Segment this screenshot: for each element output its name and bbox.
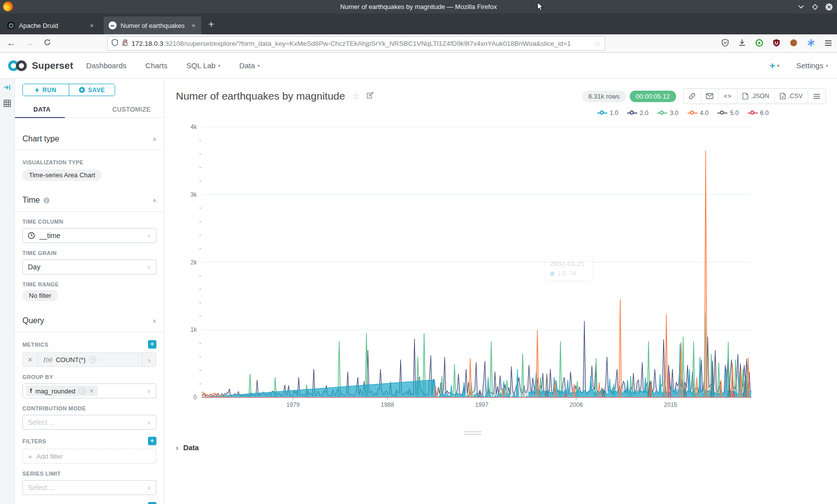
group-by-chip[interactable]: f mag_rounded ? ✕ [26,385,98,396]
tab-apache-druid[interactable]: Apache Druid × [2,16,100,34]
legend-label: 4.0 [700,110,708,117]
add-metric-button[interactable]: + [148,340,156,349]
minimize-icon[interactable] [797,3,805,11]
group-by-select[interactable]: f mag_rounded ? ✕ ∨ [22,383,156,398]
add-new-button[interactable]: +▾ [770,60,780,71]
run-save-group: RUN SAVE [22,84,115,96]
tab-close-icon[interactable]: × [190,22,196,29]
time-grain-select[interactable]: Day ∨ [22,259,156,274]
legend-item-5.0[interactable]: 5.0 [717,110,738,117]
close-icon[interactable] [825,3,833,11]
legend-swatch-icon [627,111,637,116]
nav-data[interactable]: Data▾ [239,61,260,70]
export-csv-button[interactable]: .CSV [775,89,808,104]
panel-resize-handle[interactable] [464,431,481,436]
superset-navbar: Superset Dashboards Charts SQL Lab▾ Data… [0,53,837,79]
tab-data[interactable]: DATA [22,103,90,118]
legend-label: 3.0 [670,110,678,117]
export-json-button[interactable]: .JSON [737,89,775,104]
chart-svg: 01k2k3k4k19791988199720062015 [179,124,767,422]
firefox-logo-icon [3,1,13,11]
legend-swatch-icon [688,111,698,116]
tab-close-icon[interactable]: × [89,22,95,29]
copy-link-button[interactable] [684,89,701,104]
contribution-mode-label: CONTRIBUTION MODE [22,405,86,411]
nav-dashboards[interactable]: Dashboards [86,61,127,70]
chevron-right-icon: › [176,444,178,452]
viz-type-pill[interactable]: Time-series Area Chart [22,169,102,181]
series-limit-select[interactable]: Select ... ∨ [22,480,156,495]
add-filter-dropzone[interactable]: + Add filter [22,449,156,464]
chevron-right-icon[interactable]: › [142,353,156,367]
chevron-down-icon: ∨ [147,419,151,426]
query-timer-badge: 00:00:05.12 [630,91,676,102]
url-bar[interactable]: 172.18.0.3:32108/superset/explore/?form_… [107,36,605,51]
forward-button[interactable]: → [25,38,34,48]
reload-button[interactable] [44,38,51,48]
legend-item-3.0[interactable]: 3.0 [657,110,678,117]
legend-item-6.0[interactable]: 6.0 [748,110,769,117]
remove-metric-icon[interactable]: ✕ [23,353,38,367]
contribution-mode-select[interactable]: Select ... ∨ [22,415,156,430]
embed-code-button[interactable]: <> [719,89,737,104]
help-icon: ? [79,387,86,394]
timeseries-area-chart[interactable]: 01k2k3k4k19791988199720062015 [179,124,767,422]
shield-icon[interactable] [112,39,118,48]
edit-properties-icon[interactable] [366,92,374,101]
run-button[interactable]: RUN [23,84,69,96]
cookie-icon[interactable] [790,39,798,49]
section-query[interactable]: Query ∧ [15,316,164,332]
superset-infinity-icon [7,59,28,72]
insecure-lock-icon[interactable] [122,39,128,48]
extension-green-icon[interactable] [755,39,763,49]
bookmark-star-icon[interactable]: ☆ [594,39,601,48]
url-host: 172.18.0.3 [132,40,163,47]
superset-logo[interactable]: Superset [7,59,73,72]
nav-sql-lab[interactable]: SQL Lab▾ [186,61,220,70]
expand-panel-icon[interactable] [3,84,11,93]
extension-asterisk-icon[interactable] [807,39,815,49]
link-icon [689,93,696,100]
maximize-icon[interactable] [811,3,819,11]
chevron-down-icon: ▾ [218,63,221,68]
download-icon[interactable] [738,39,746,48]
chart-legend: 1.02.03.04.05.06.0 [597,110,769,117]
settings-menu[interactable]: Settings▾ [796,61,828,70]
superset-favicon-icon: ∞ [109,21,117,29]
metric-chip-count[interactable]: ✕ ƒ(x) COUNT(*) ? › [22,352,156,367]
nav-charts[interactable]: Charts [145,61,167,70]
pocket-shield-icon[interactable] [721,39,729,49]
tab-earthquakes[interactable]: ∞ Numer of earthquakes by ma × [104,16,201,34]
add-filter-button[interactable]: + [148,437,156,445]
row-count-badge: 6.31k rows [582,91,626,102]
email-button[interactable] [701,89,719,104]
menu-hamburger-icon[interactable] [825,39,832,48]
tooltip-value: 1.0: 74 [557,270,576,277]
remove-chip-icon[interactable]: ✕ [89,388,94,394]
chevron-down-icon: ▾ [777,63,780,68]
section-chart-type[interactable]: Chart type ∧ [15,134,164,150]
data-panel-toggle[interactable]: › Data [176,444,199,452]
add-sort-button[interactable]: + [148,502,156,504]
brand-name: Superset [32,60,73,71]
ublock-icon[interactable] [773,39,780,49]
url-text[interactable]: 172.18.0.3:32108/superset/explore/?form_… [132,40,591,47]
new-tab-button[interactable]: + [208,19,214,30]
time-column-select[interactable]: __time ∨ [22,228,156,243]
legend-label: 6.0 [760,110,769,117]
legend-label: 5.0 [730,110,738,117]
time-range-pill[interactable]: No filter [22,290,58,301]
more-menu-button[interactable] [808,89,826,104]
section-time[interactable]: Time ∧ [15,196,164,212]
druid-favicon-icon [7,21,15,29]
save-button[interactable]: SAVE [69,84,115,96]
hamburger-icon [813,94,821,99]
legend-item-1.0[interactable]: 1.0 [597,110,618,117]
tab-customize[interactable]: CUSTOMIZE [90,103,157,118]
chart-actions-group: <> .JSON .CSV [683,88,826,104]
legend-item-4.0[interactable]: 4.0 [688,110,708,117]
favorite-star-icon[interactable]: ☆ [352,91,360,102]
legend-item-2.0[interactable]: 2.0 [627,110,648,117]
back-button[interactable]: ← [7,38,15,48]
dataset-grid-icon[interactable] [3,100,11,109]
